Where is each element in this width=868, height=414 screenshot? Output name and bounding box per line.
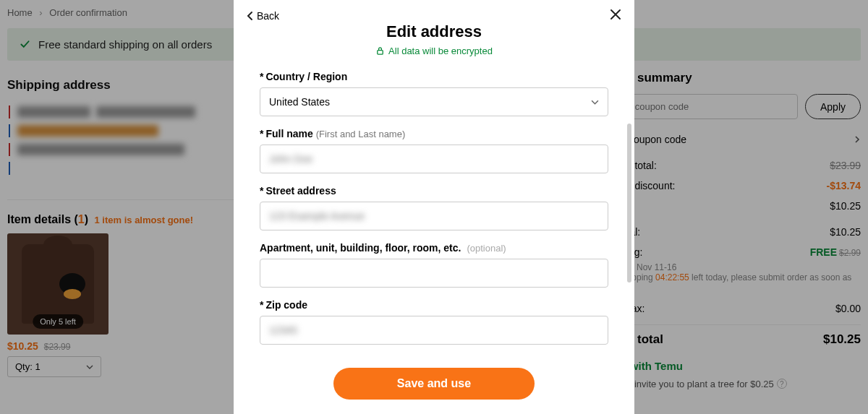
close-button[interactable]	[610, 7, 621, 24]
street-label: *Street address	[260, 185, 608, 197]
save-and-use-button[interactable]: Save and use	[333, 368, 535, 400]
apt-input[interactable]	[260, 259, 608, 288]
zip-input[interactable]: 12345	[260, 316, 608, 345]
country-select[interactable]: United States	[260, 87, 608, 116]
country-label: *Country / Region	[260, 71, 608, 82]
zip-label: *Zip code	[260, 299, 608, 311]
close-icon	[610, 9, 621, 20]
lock-icon	[375, 46, 385, 56]
encryption-notice: All data will be encrypted	[234, 46, 634, 56]
fullname-label: *Full name (First and Last name)	[260, 128, 608, 139]
back-button[interactable]: Back	[247, 10, 279, 22]
apt-label: Apartment, unit, building, floor, room, …	[260, 242, 608, 254]
edit-address-modal: Back Edit address All data will be encry…	[234, 0, 634, 414]
modal-title: Edit address	[234, 22, 634, 41]
page: Home › Order confirmation Free standard …	[0, 0, 868, 414]
street-input[interactable]: 123 Example Avenue	[260, 202, 608, 230]
chevron-left-icon	[247, 11, 254, 21]
scrollbar[interactable]	[627, 124, 631, 283]
chevron-down-icon	[591, 98, 599, 106]
fullname-input[interactable]: John Doe	[260, 145, 608, 173]
address-form: *Country / Region United States *Full na…	[234, 56, 634, 358]
svg-rect-0	[378, 51, 383, 55]
